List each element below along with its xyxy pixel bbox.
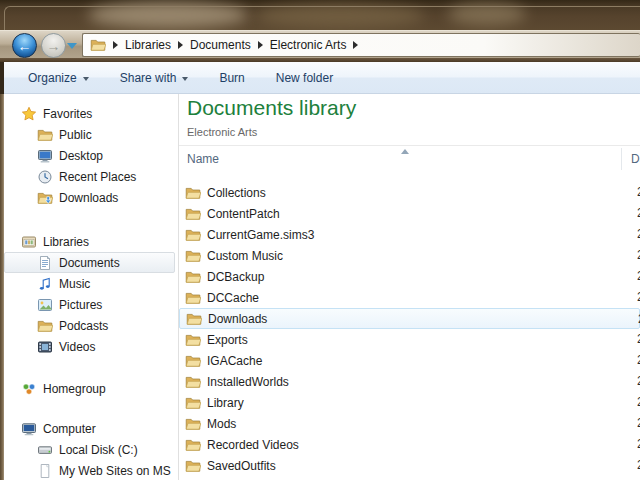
homegroup-icon	[21, 381, 37, 397]
sidebar-section-header-libraries[interactable]: Libraries	[4, 231, 178, 252]
file-row-dcbackup[interactable]: DCBackup2	[179, 266, 640, 287]
file-row-installedworlds[interactable]: InstalledWorlds2	[179, 371, 640, 392]
sidebar-item-local-disk-c[interactable]: Local Disk (C:)	[4, 439, 178, 460]
sidebar-section-label: Homegroup	[43, 382, 106, 396]
sidebar-item-pictures[interactable]: Pictures	[4, 294, 178, 315]
file-row-contentpatch[interactable]: ContentPatch2	[179, 203, 640, 224]
file-name: IGACache	[207, 354, 262, 368]
toolbar-button-new-folder[interactable]: New folder	[265, 66, 344, 90]
folder-icon	[185, 395, 201, 411]
folder-icon	[185, 269, 201, 285]
libraries-icon	[21, 234, 37, 250]
file-row-downloads[interactable]: Downloads2	[179, 308, 640, 329]
column-header-date-modified[interactable]: Date modified	[631, 152, 640, 166]
file-row-custom-music[interactable]: Custom Music2	[179, 245, 640, 266]
file-row-collections[interactable]: Collections2	[179, 182, 640, 203]
sidebar-item-recent-places[interactable]: Recent Places	[4, 166, 178, 187]
breadcrumb-separator-icon	[178, 41, 183, 49]
sidebar-section-header-computer[interactable]: Computer	[4, 418, 178, 439]
file-row-dccache[interactable]: DCCache2	[179, 287, 640, 308]
back-button[interactable]: ←	[12, 33, 37, 58]
command-toolbar: OrganizeShare withBurnNew folder	[4, 62, 640, 94]
file-row-partial[interactable]	[179, 476, 640, 480]
sidebar-section-favorites: FavoritesPublicDesktopRecent PlacesDownl…	[4, 103, 178, 208]
file-list: Collections2ContentPatch2CurrentGame.sim…	[179, 182, 640, 480]
file-row-currentgame-sims3[interactable]: CurrentGame.sims32	[179, 224, 640, 245]
file-row-library[interactable]: Library2	[179, 392, 640, 413]
breadcrumb-separator-icon	[258, 41, 263, 49]
file-row-exports[interactable]: Exports2	[179, 329, 640, 350]
favorites-star-icon	[21, 106, 37, 122]
sidebar-item-label: Podcasts	[59, 319, 108, 333]
sidebar-section-label: Libraries	[43, 235, 89, 249]
file-row-mods[interactable]: Mods2	[179, 413, 640, 434]
sidebar-item-documents[interactable]: Documents	[4, 252, 175, 273]
sidebar-item-podcasts[interactable]: Podcasts	[4, 315, 178, 336]
sidebar-item-music[interactable]: Music	[4, 273, 178, 294]
sidebar-section-label: Favorites	[43, 107, 92, 121]
column-header-name[interactable]: Name	[187, 152, 219, 166]
toolbar-button-label: Share with	[120, 71, 177, 85]
recent-pages-dropdown-icon[interactable]	[67, 43, 77, 49]
sidebar-section-header-homegroup[interactable]: Homegroup	[4, 378, 178, 399]
folder-icon	[185, 227, 201, 243]
file-name: ContentPatch	[207, 207, 280, 221]
file-name: InstalledWorlds	[207, 375, 289, 389]
file-list-pane: Documents library Electronic Arts NameDa…	[179, 94, 640, 480]
folder-icon	[185, 332, 201, 348]
sidebar-item-downloads[interactable]: Downloads	[4, 187, 178, 208]
recent-places-icon	[37, 169, 53, 185]
library-subtitle: Electronic Arts	[187, 126, 257, 138]
folder-icon	[186, 311, 202, 327]
hard-disk-icon	[37, 442, 53, 458]
navigation-pane: FavoritesPublicDesktopRecent PlacesDownl…	[4, 94, 178, 480]
file-name: Mods	[207, 417, 236, 431]
sidebar-item-label: Pictures	[59, 298, 102, 312]
sidebar-section-computer: ComputerLocal Disk (C:)My Web Sites on M…	[4, 418, 178, 480]
file-name: Collections	[207, 186, 266, 200]
toolbar-button-burn[interactable]: Burn	[208, 66, 255, 90]
toolbar-button-organize[interactable]: Organize	[17, 66, 100, 90]
column-header-row: NameDate modified	[179, 145, 640, 172]
sidebar-item-label: Music	[59, 277, 90, 291]
column-separator[interactable]	[621, 148, 622, 170]
toolbar-button-label: Organize	[28, 71, 77, 85]
folder-icon	[185, 185, 201, 201]
window-frame-edge	[4, 6, 640, 30]
web-page-icon	[37, 463, 53, 479]
titlebar	[0, 0, 640, 30]
sidebar-item-public[interactable]: Public	[4, 124, 178, 145]
folder-icon	[90, 37, 106, 53]
toolbar-button-share-with[interactable]: Share with	[109, 66, 200, 90]
sidebar-item-my-web-sites-on-ms[interactable]: My Web Sites on MS	[4, 460, 178, 480]
picture-icon	[37, 297, 53, 313]
music-note-icon	[37, 276, 53, 292]
sidebar-section-homegroup: Homegroup	[4, 378, 178, 399]
sidebar-item-label: Documents	[59, 256, 120, 270]
forward-button[interactable]: →	[41, 33, 66, 58]
folder-icon	[37, 318, 53, 334]
sidebar-item-videos[interactable]: Videos	[4, 336, 178, 357]
breadcrumb-item-electronic-arts[interactable]: Electronic Arts	[270, 38, 347, 52]
sidebar-item-label: Local Disk (C:)	[59, 443, 138, 457]
file-name: SavedOutfits	[207, 459, 276, 473]
file-name: DCBackup	[207, 270, 264, 284]
downloads-folder-icon	[37, 190, 53, 206]
folder-icon	[185, 206, 201, 222]
sidebar-item-desktop[interactable]: Desktop	[4, 145, 178, 166]
breadcrumb-item-documents[interactable]: Documents	[190, 38, 251, 52]
file-row-savedoutfits[interactable]: SavedOutfits2	[179, 455, 640, 476]
video-film-icon	[37, 339, 53, 355]
sidebar-section-header-favorites[interactable]: Favorites	[4, 103, 178, 124]
sidebar-item-label: Desktop	[59, 149, 103, 163]
file-row-recorded-videos[interactable]: Recorded Videos2	[179, 434, 640, 455]
file-row-igacache[interactable]: IGACache2	[179, 350, 640, 371]
sidebar-item-label: My Web Sites on MS	[59, 464, 171, 478]
breadcrumb-item-libraries[interactable]: Libraries	[125, 38, 171, 52]
file-name: DCCache	[207, 291, 259, 305]
folder-icon	[37, 127, 53, 143]
sidebar-item-label: Downloads	[59, 191, 118, 205]
folder-icon	[185, 290, 201, 306]
address-bar[interactable]: LibrariesDocumentsElectronic Arts	[82, 33, 640, 57]
breadcrumb-separator-icon	[113, 41, 118, 49]
